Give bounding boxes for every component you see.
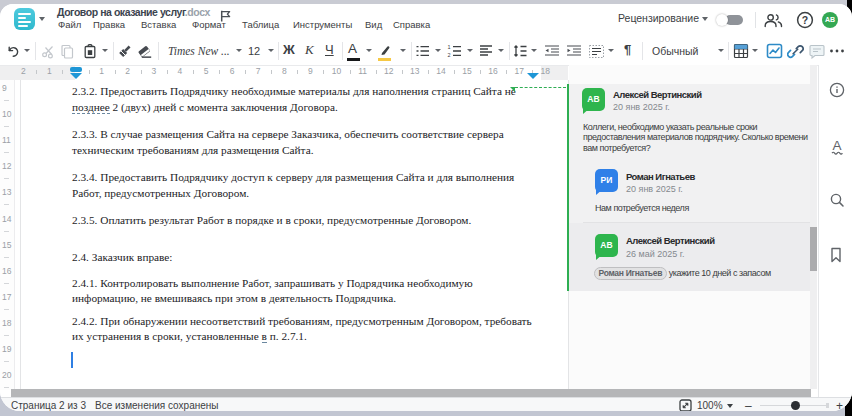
svg-text:1: 1 — [447, 44, 450, 50]
svg-text:?: ? — [802, 14, 808, 26]
svg-text:А: А — [832, 138, 841, 153]
svg-text:2: 2 — [447, 52, 450, 58]
